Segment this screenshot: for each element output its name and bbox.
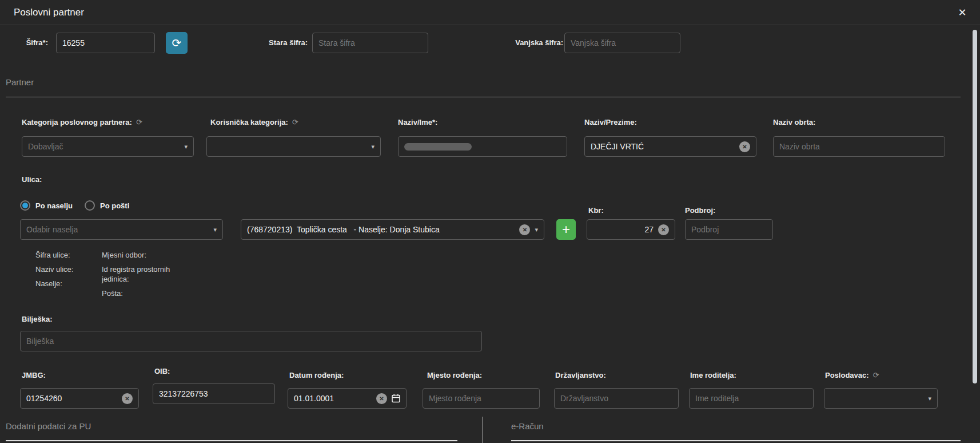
street-select[interactable]: (768720213) Toplička cesta - Naselje: Do… xyxy=(241,219,544,240)
kategorija-value: Dobavljač xyxy=(28,142,63,151)
datum-rodjenja-label: Datum rođenja: xyxy=(289,371,344,379)
close-icon[interactable]: ✕ xyxy=(955,5,970,20)
ime-roditelja-label: Ime roditelja: xyxy=(690,371,736,379)
chevron-down-icon: ▾ xyxy=(371,143,375,151)
mjesto-rodjenja-input[interactable] xyxy=(423,388,540,409)
poslodavac-label-row: Poslodavac: ⟳ xyxy=(825,371,879,379)
radio-po-posti[interactable]: Po pošti xyxy=(85,200,129,211)
ime-roditelja-input[interactable] xyxy=(689,388,814,409)
naziv-obrta-label: Naziv obrta: xyxy=(773,118,815,126)
kategorija-refresh-icon[interactable]: ⟳ xyxy=(136,118,142,126)
poslodavac-select[interactable]: ▾ xyxy=(824,388,938,409)
biljeska-label: Bilješka: xyxy=(22,315,52,323)
datum-rodjenja-field[interactable]: 01.01.0001 ✕ xyxy=(288,388,407,409)
poslovni-partner-dialog: Poslovni partner ✕ Šifra*: 16255 ⟳ Stara… xyxy=(0,0,980,443)
datum-rodjenja-value: 01.01.0001 xyxy=(294,394,334,403)
clear-icon[interactable]: ✕ xyxy=(519,224,530,235)
posta-label: Pošta: xyxy=(102,288,183,298)
naziv-prezime-label: Naziv/Prezime: xyxy=(584,118,637,126)
chevron-down-icon: ▾ xyxy=(213,226,217,234)
korisnicka-label: Korisnička kategorija: xyxy=(210,118,288,126)
clear-icon[interactable]: ✕ xyxy=(739,141,750,152)
chevron-down-icon: ▾ xyxy=(928,395,931,402)
eracun-section-title: e-Račun xyxy=(511,421,544,431)
podbroj-input[interactable] xyxy=(685,219,773,240)
ulica-label: Ulica: xyxy=(22,175,42,184)
chevron-down-icon: ▾ xyxy=(184,143,188,151)
oib-value: 32137226753 xyxy=(159,389,208,398)
id-registra-label: Id registra prostornih jedinica: xyxy=(102,264,183,284)
chevron-down-icon: ▾ xyxy=(535,226,538,234)
dodatni-section-underline xyxy=(6,440,457,441)
dialog-title: Poslovni partner xyxy=(14,0,84,25)
dodatni-podatci-section-title: Dodatni podatci za PU xyxy=(6,421,91,431)
vanjska-sifra-label: Vanjska šifra: xyxy=(452,38,563,47)
street-value: (768720213) Toplička cesta - Naselje: Do… xyxy=(247,225,440,234)
sifra-ulice-label: Šifra ulice: xyxy=(35,250,73,260)
poslodavac-refresh-icon[interactable]: ⟳ xyxy=(873,371,879,379)
naziv-obrta-input[interactable] xyxy=(773,136,945,157)
redacted-value xyxy=(404,143,472,151)
add-street-button[interactable]: + xyxy=(556,219,576,240)
street-detail-labels-col2: Mjesni odbor: Id registra prostornih jed… xyxy=(102,250,183,298)
radio-selected-icon xyxy=(20,200,30,211)
refresh-icon: ⟳ xyxy=(172,36,182,50)
clear-icon[interactable]: ✕ xyxy=(658,224,669,235)
partner-section-title: Partner xyxy=(6,77,34,87)
radio-unselected-icon xyxy=(85,200,95,211)
radio-po-naselju-label: Po naselju xyxy=(35,201,73,210)
naziv-ime-field[interactable] xyxy=(398,136,567,157)
jmbg-field[interactable]: 01254260 ✕ xyxy=(20,388,139,409)
sifra-label: Šifra*: xyxy=(0,38,48,47)
drzavljanstvo-input[interactable] xyxy=(554,388,679,409)
plus-icon: + xyxy=(562,223,570,236)
naziv-ime-label: Naziv/Ime*: xyxy=(398,118,437,126)
kategorija-select[interactable]: Dobavljač ▾ xyxy=(22,136,194,157)
stara-sifra-label: Stara šifra: xyxy=(217,38,308,47)
oib-field[interactable]: 32137226753 xyxy=(153,383,275,404)
naziv-prezime-field[interactable]: DJEČJI VRTIĆ ✕ xyxy=(584,136,756,157)
kategorija-label-row: Kategorija poslovnog partnera: ⟳ xyxy=(22,118,142,126)
naziv-prezime-value: DJEČJI VRTIĆ xyxy=(591,142,644,151)
eracun-section-underline xyxy=(511,440,961,441)
mjesto-rodjenja-label: Mjesto rođenja: xyxy=(427,371,482,379)
jmbg-value: 01254260 xyxy=(26,394,62,403)
podbroj-label: Podbroj: xyxy=(685,206,715,215)
korisnicka-select[interactable]: ▾ xyxy=(206,136,381,157)
bottom-sections-divider xyxy=(483,417,483,443)
biljeska-input[interactable] xyxy=(20,331,482,351)
sifra-field[interactable]: 16255 xyxy=(56,33,155,53)
street-detail-labels-col1: Šifra ulice: Naziv ulice: Naselje: xyxy=(35,250,73,288)
mjesni-odbor-label: Mjesni odbor: xyxy=(102,250,183,260)
calendar-icon[interactable] xyxy=(392,394,400,403)
vertical-scrollbar[interactable] xyxy=(973,30,977,383)
refresh-sifra-button[interactable]: ⟳ xyxy=(166,32,188,54)
odabir-naselja-select[interactable]: Odabir naselja ▾ xyxy=(20,219,223,240)
poslodavac-label: Poslodavac: xyxy=(825,371,869,379)
odabir-naselja-placeholder: Odabir naselja xyxy=(26,225,78,234)
kbr-label: Kbr: xyxy=(588,206,604,215)
korisnicka-label-row: Korisnička kategorija: ⟳ xyxy=(210,118,298,126)
radio-po-posti-label: Po pošti xyxy=(100,201,129,210)
stara-sifra-input[interactable] xyxy=(312,33,428,53)
naselje-label: Naselje: xyxy=(35,279,73,288)
partner-section-divider xyxy=(6,97,961,97)
korisnicka-refresh-icon[interactable]: ⟳ xyxy=(292,118,298,126)
drzavljanstvo-label: Državljanstvo: xyxy=(555,371,606,379)
clear-icon[interactable]: ✕ xyxy=(122,393,133,404)
kbr-field[interactable]: 27 ✕ xyxy=(587,219,675,240)
naziv-ulice-label: Naziv ulice: xyxy=(35,264,73,274)
dialog-header: Poslovni partner ✕ xyxy=(0,0,980,25)
clear-icon[interactable]: ✕ xyxy=(376,393,387,404)
jmbg-label: JMBG: xyxy=(22,371,46,379)
kbr-value: 27 xyxy=(644,225,654,234)
radio-po-naselju[interactable]: Po naselju xyxy=(20,200,73,211)
kategorija-label: Kategorija poslovnog partnera: xyxy=(22,118,132,126)
vanjska-sifra-input[interactable] xyxy=(564,33,680,53)
sifra-value: 16255 xyxy=(62,38,85,48)
oib-label: OIB: xyxy=(154,367,170,375)
